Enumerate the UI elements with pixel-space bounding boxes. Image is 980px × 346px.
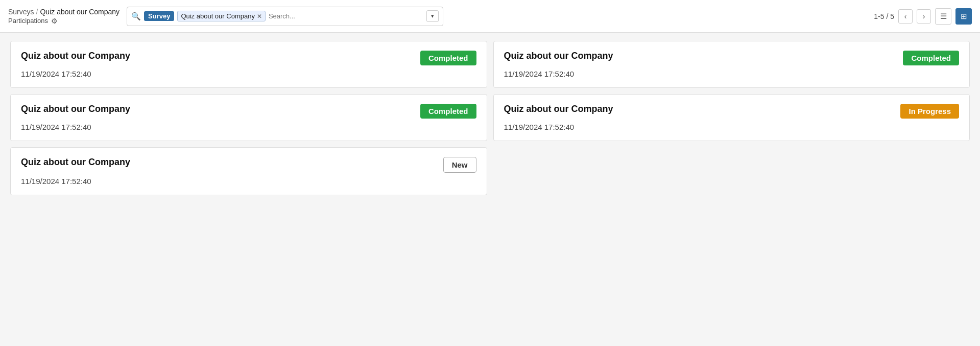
search-input[interactable] <box>269 12 423 20</box>
breadcrumb-surveys-link[interactable]: Surveys <box>8 8 34 16</box>
card-3-header: Quiz about our Company Completed <box>504 51 960 65</box>
right-column: Quiz about our Company Completed 11/19/2… <box>493 41 970 195</box>
card-1-header: Quiz about our Company Completed <box>21 51 476 65</box>
card-3[interactable]: Quiz about our Company Completed 11/19/2… <box>493 41 970 88</box>
card-3-status-badge: Completed <box>903 51 959 65</box>
prev-page-button[interactable]: ‹ <box>898 9 913 24</box>
participations-line: Participations ⚙ <box>8 17 121 25</box>
list-view-button[interactable]: ☰ <box>935 8 951 25</box>
card-3-title: Quiz about our Company <box>504 51 613 61</box>
card-2-header: Quiz about our Company Completed <box>21 104 476 119</box>
breadcrumb: Surveys / Quiz about our Company <box>8 8 121 16</box>
search-dropdown-button[interactable]: ▾ <box>426 10 439 22</box>
filter-tag-close-icon[interactable]: ✕ <box>257 13 262 20</box>
topbar: Surveys / Quiz about our Company Partici… <box>0 0 980 33</box>
grid-view-button[interactable]: ⊞ <box>955 8 972 25</box>
card-5-date: 11/19/2024 17:52:40 <box>21 177 476 186</box>
card-5[interactable]: Quiz about our Company New 11/19/2024 17… <box>10 147 487 195</box>
card-5-header: Quiz about our Company New <box>21 157 476 173</box>
pagination-controls: 1-5 / 5 ‹ › ☰ ⊞ <box>874 8 972 25</box>
card-1-date: 11/19/2024 17:52:40 <box>21 70 476 78</box>
card-3-date: 11/19/2024 17:52:40 <box>504 70 960 78</box>
search-bar: 🔍 Survey Quiz about our Company ✕ ▾ <box>127 7 443 26</box>
card-4-date: 11/19/2024 17:52:40 <box>504 123 960 131</box>
card-2-date: 11/19/2024 17:52:40 <box>21 123 476 131</box>
card-1[interactable]: Quiz about our Company Completed 11/19/2… <box>10 41 487 88</box>
quiz-filter-tag[interactable]: Quiz about our Company ✕ <box>177 11 266 21</box>
survey-filter-tag[interactable]: Survey <box>144 11 174 21</box>
card-4-status-badge: In Progress <box>900 104 959 119</box>
search-icon: 🔍 <box>131 12 141 21</box>
settings-gear-icon[interactable]: ⚙ <box>51 17 58 25</box>
card-2-status-badge: Completed <box>420 104 476 119</box>
card-2-title: Quiz about our Company <box>21 104 130 114</box>
card-4-header: Quiz about our Company In Progress <box>504 104 960 119</box>
card-5-status-badge: New <box>443 157 476 173</box>
card-5-title: Quiz about our Company <box>21 157 130 168</box>
left-column: Quiz about our Company Completed 11/19/2… <box>10 41 487 195</box>
pagination-text: 1-5 / 5 <box>874 12 894 20</box>
card-4[interactable]: Quiz about our Company In Progress 11/19… <box>493 94 970 141</box>
breadcrumb-area: Surveys / Quiz about our Company Partici… <box>8 8 121 25</box>
card-4-title: Quiz about our Company <box>504 104 613 114</box>
breadcrumb-current-title: Quiz about our Company <box>40 8 119 16</box>
card-1-status-badge: Completed <box>420 51 476 65</box>
card-2[interactable]: Quiz about our Company Completed 11/19/2… <box>10 94 487 141</box>
filter-tag-label: Quiz about our Company <box>181 12 255 20</box>
participations-label: Participations <box>8 17 48 25</box>
cards-layout: Quiz about our Company Completed 11/19/2… <box>10 41 970 195</box>
main-content: Quiz about our Company Completed 11/19/2… <box>0 33 980 203</box>
breadcrumb-separator: / <box>36 8 38 16</box>
card-1-title: Quiz about our Company <box>21 51 130 61</box>
next-page-button[interactable]: › <box>917 9 931 24</box>
